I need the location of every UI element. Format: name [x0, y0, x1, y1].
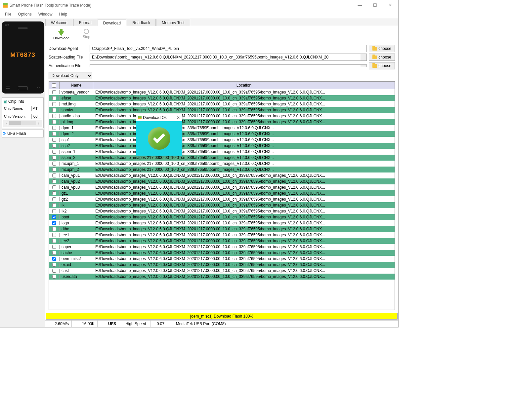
row-checkbox[interactable]	[52, 144, 56, 148]
row-checkbox[interactable]	[52, 257, 56, 261]
table-row[interactable]: cam_vpu1E:\Downloads\bomb_images_V12.0.6…	[49, 172, 395, 178]
row-checkbox[interactable]	[52, 168, 56, 172]
chip-info-scrollbar[interactable]: 〈〉	[3, 120, 42, 127]
row-location: E:\Downloads\bomb_images 217.0000.00_10.…	[93, 166, 395, 173]
table-row[interactable]: scp1E:\Downloads\bomb_images 217.0000.00…	[49, 137, 395, 143]
download-mode-select[interactable]: Download Only	[49, 72, 92, 79]
row-location: E:\Downloads\bomb_images_V12.0.6.0.QJLCN…	[93, 255, 395, 262]
row-checkbox[interactable]	[52, 209, 56, 213]
table-row[interactable]: mcupm_1E:\Downloads\bomb_images 217.0000…	[49, 161, 395, 167]
row-checkbox[interactable]	[52, 203, 56, 207]
row-name: scp1	[60, 136, 93, 143]
table-row[interactable]: gz1E:\Downloads\bomb_images_V12.0.6.0.QJ…	[49, 190, 395, 196]
auth-choose-button[interactable]: choose	[369, 62, 395, 69]
table-row[interactable]: oem_misc1E:\Downloads\bomb_images_V12.0.…	[49, 256, 395, 262]
row-checkbox[interactable]	[52, 173, 56, 177]
row-checkbox[interactable]	[52, 215, 56, 219]
row-checkbox[interactable]	[52, 162, 56, 166]
row-checkbox[interactable]	[52, 179, 56, 183]
menu-help[interactable]: Help	[56, 11, 70, 17]
close-button[interactable]: ✕	[386, 3, 395, 8]
menu-window[interactable]: Window	[36, 11, 55, 17]
chip-name-value[interactable]	[31, 106, 41, 111]
row-checkbox[interactable]	[52, 263, 56, 267]
table-row[interactable]: dpm_2E:\Downloads\bomb_images 217.0000.0…	[49, 131, 395, 137]
row-checkbox[interactable]	[52, 150, 56, 154]
row-checkbox[interactable]	[52, 227, 56, 231]
table-row[interactable]: custE:\Downloads\bomb_images_V12.0.6.0.Q…	[49, 268, 395, 274]
table-row[interactable]: pi_imgE:\Downloads\bomb_images_V12.0.6.0…	[49, 119, 395, 125]
auth-input[interactable]	[90, 64, 367, 67]
download-button[interactable]: Download	[53, 29, 69, 40]
row-checkbox[interactable]	[52, 239, 56, 243]
row-checkbox[interactable]	[52, 114, 56, 118]
table-row[interactable]: dtboE:\Downloads\bomb_images_V12.0.6.0.Q…	[49, 226, 395, 232]
row-checkbox[interactable]	[52, 90, 56, 94]
row-checkbox[interactable]	[52, 102, 56, 106]
da-choose-button[interactable]: choose	[369, 45, 395, 52]
chip-ver-value[interactable]	[31, 114, 41, 119]
row-checkbox[interactable]	[52, 138, 56, 142]
dialog-close-button[interactable]: ✕	[177, 115, 180, 120]
da-input[interactable]: C:\apps\SP_Flash_Tool_v5.2044_Win\DA_PL.…	[90, 45, 367, 52]
table-row[interactable]: lkE:\Downloads\bomb_images_V12.0.6.0.QJL…	[49, 202, 395, 208]
row-checkbox[interactable]	[52, 251, 56, 255]
table-row[interactable]: cacheE:\Downloads\bomb_images_V12.0.6.0.…	[49, 250, 395, 256]
row-name: spmfw	[60, 107, 93, 113]
row-checkbox[interactable]	[52, 120, 56, 124]
maximize-button[interactable]: ☐	[370, 3, 380, 8]
minimize-button[interactable]: —	[355, 3, 364, 8]
scatter-input[interactable]: E:\Downloads\bomb_images_V12.0.6.0.QJLCN…	[90, 54, 367, 61]
table-row[interactable]: sspm_1E:\Downloads\bomb_images 217.0000.…	[49, 149, 395, 155]
table-row[interactable]: superE:\Downloads\bomb_images_V12.0.6.0.…	[49, 244, 395, 250]
tab-memory-test[interactable]: Memory Test	[156, 19, 190, 26]
row-checkbox[interactable]	[52, 156, 56, 160]
table-row[interactable]: cam_vpu3E:\Downloads\bomb_images_V12.0.6…	[49, 184, 395, 190]
table-row[interactable]: md1imgE:\Downloads\bomb_images_V12.0.6.0…	[49, 101, 395, 107]
table-row[interactable]: logoE:\Downloads\bomb_images_V12.0.6.0.Q…	[49, 220, 395, 226]
select-all-checkbox[interactable]	[52, 83, 56, 88]
row-checkbox[interactable]	[52, 96, 56, 100]
table-row[interactable]: audio_dspE:\Downloads\bomb_images_V12.0.…	[49, 113, 395, 119]
table-row[interactable]: scp2E:\Downloads\bomb_images 217.0000.00…	[49, 143, 395, 149]
ufs-flash-button[interactable]: ⟳ UFS Flash	[2, 130, 44, 137]
table-row[interactable]: lk2E:\Downloads\bomb_images_V12.0.6.0.QJ…	[49, 208, 395, 214]
row-checkbox[interactable]	[52, 269, 56, 273]
scatter-choose-button[interactable]: choose	[369, 54, 395, 61]
table-row[interactable]: tee1E:\Downloads\bomb_images_V12.0.6.0.Q…	[49, 232, 395, 238]
download-ok-dialog: Download Ok ✕	[136, 114, 182, 156]
table-row[interactable]: sspm_2E:\Downloads\bomb_images 217.0000.…	[49, 155, 395, 161]
stop-button[interactable]: Stop	[83, 29, 90, 40]
menu-options[interactable]: Options	[15, 11, 34, 17]
row-checkbox[interactable]	[52, 221, 56, 225]
row-checkbox[interactable]	[52, 233, 56, 237]
row-location: E:\Downloads\bomb_images_V12.0.6.0.QJLCN…	[93, 273, 395, 280]
table-row[interactable]: userdataE:\Downloads\bomb_images_V12.0.6…	[49, 274, 395, 280]
tab-welcome[interactable]: Welcome	[45, 19, 73, 26]
row-checkbox[interactable]	[52, 185, 56, 189]
table-body[interactable]: vbmeta_vendorE:\Downloads\bomb_images_V1…	[49, 89, 395, 310]
table-row[interactable]: dpm_1E:\Downloads\bomb_images 217.0000.0…	[49, 125, 395, 131]
table-row[interactable]: efuseE:\Downloads\bomb_images_V12.0.6.0.…	[49, 95, 395, 101]
row-checkbox[interactable]	[52, 197, 56, 201]
tab-format[interactable]: Format	[73, 19, 97, 26]
tab-readback[interactable]: Readback	[127, 19, 156, 26]
row-location: E:\Downloads\bomb_images_V12.0.6.0.QJLCN…	[93, 249, 395, 256]
tab-download[interactable]: Download	[98, 19, 126, 26]
row-checkbox[interactable]	[52, 245, 56, 249]
table-row[interactable]: tee2E:\Downloads\bomb_images_V12.0.6.0.Q…	[49, 238, 395, 244]
row-checkbox[interactable]	[52, 126, 56, 130]
menu-file[interactable]: File	[2, 11, 14, 17]
row-checkbox[interactable]	[52, 108, 56, 112]
table-row[interactable]: bootE:\Downloads\bomb_images_V12.0.6.0.Q…	[49, 214, 395, 220]
table-row[interactable]: vbmeta_vendorE:\Downloads\bomb_images_V1…	[49, 89, 395, 95]
table-row[interactable]: gz2E:\Downloads\bomb_images_V12.0.6.0.QJ…	[49, 196, 395, 202]
row-name: md1img	[60, 101, 93, 107]
row-checkbox[interactable]	[52, 275, 56, 279]
row-checkbox[interactable]	[52, 191, 56, 195]
table-row[interactable]: exaidE:\Downloads\bomb_images_V12.0.6.0.…	[49, 262, 395, 268]
row-checkbox[interactable]	[52, 132, 56, 136]
table-row[interactable]: mcupm_2E:\Downloads\bomb_images 217.0000…	[49, 167, 395, 172]
table-row[interactable]: cam_vpu2E:\Downloads\bomb_images_V12.0.6…	[49, 178, 395, 184]
table-row[interactable]: spmfwE:\Downloads\bomb_images_V12.0.6.0.…	[49, 107, 395, 113]
